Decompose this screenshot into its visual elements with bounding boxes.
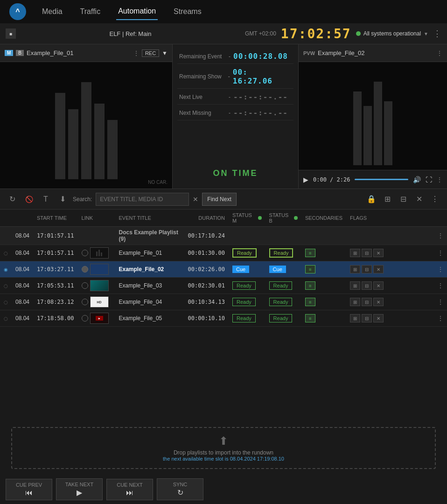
- row-secondaries: ≡: [301, 310, 346, 327]
- pvw-controls-more[interactable]: ⋮: [437, 176, 442, 183]
- row-more[interactable]: ⋮: [434, 261, 447, 278]
- secondary-icon-1[interactable]: ≡: [305, 281, 315, 290]
- row-status-b[interactable]: Ready: [265, 245, 301, 261]
- th-date: [12, 210, 33, 227]
- pvw-volume-icon[interactable]: 🔊: [413, 176, 421, 183]
- row-indicator: [0, 227, 12, 245]
- row-more[interactable]: ⋮: [434, 278, 447, 294]
- pvw-play-button[interactable]: ▶: [303, 176, 308, 183]
- search-input[interactable]: [96, 193, 189, 206]
- row-more[interactable]: ⋮: [434, 245, 447, 261]
- row-flags: ⊞ ⊟ ✕: [346, 310, 387, 327]
- status-b-dot: [294, 216, 298, 220]
- flag-icon-2[interactable]: ⊟: [362, 249, 372, 257]
- cue-prev-button[interactable]: CUE PREV ⏮: [6, 479, 52, 500]
- pvw-progress-bar[interactable]: [355, 179, 408, 180]
- nav-media[interactable]: Media: [40, 4, 64, 20]
- row-title[interactable]: Example_File_03: [115, 278, 184, 294]
- find-next-button[interactable]: Find Next: [202, 193, 236, 206]
- sync-button[interactable]: SYNC ↻: [157, 478, 203, 500]
- remaining-event-label: Remaining Event: [179, 53, 226, 60]
- pvw-more[interactable]: ⋮: [437, 50, 442, 56]
- row-status-m[interactable]: Ready: [229, 310, 265, 327]
- link-circle[interactable]: [82, 250, 88, 256]
- grid2-button[interactable]: ⊟: [397, 193, 410, 206]
- row-title[interactable]: Docs Example Playlist (9): [115, 227, 184, 245]
- nav-streams[interactable]: Streams: [172, 4, 203, 20]
- flag-icon-1[interactable]: ⊞: [350, 298, 360, 306]
- row-actions: [387, 261, 434, 278]
- take-next-button[interactable]: TAKE NEXT ▶: [56, 478, 103, 500]
- flag-icon-3[interactable]: ✕: [373, 281, 384, 290]
- flag-icon-1[interactable]: ⊞: [350, 265, 360, 273]
- link-circle[interactable]: [82, 315, 88, 322]
- flag-icon-3[interactable]: ✕: [373, 265, 384, 273]
- block-icon-button[interactable]: 🚫: [22, 193, 35, 206]
- status-bar: ■ ELF | Ref: Main GMT +02:00 17:02:57 Al…: [0, 23, 447, 44]
- row-flags: ⊞ ⊟ ✕: [346, 261, 387, 278]
- drop-zone[interactable]: ⬆ Drop playlists to import into the rund…: [11, 427, 436, 469]
- remaining-show-label: Remaining Show: [179, 73, 225, 80]
- flag-icon-1[interactable]: ⊞: [350, 249, 360, 257]
- more-menu-button[interactable]: ⋮: [433, 28, 441, 39]
- row-indicator: ◌: [0, 278, 12, 294]
- row-status-b[interactable]: Ready: [265, 310, 301, 327]
- secondary-icon-1[interactable]: ≡: [305, 298, 315, 306]
- status-dropdown[interactable]: ▼: [424, 31, 428, 36]
- clock-display: 17:02:57: [281, 26, 351, 42]
- row-status-b[interactable]: Ready: [265, 278, 301, 294]
- link-circle[interactable]: [82, 299, 88, 305]
- flag-icon-2[interactable]: ⊟: [362, 314, 372, 322]
- flag-icon-3[interactable]: ✕: [373, 314, 384, 322]
- close-button[interactable]: ✕: [412, 193, 426, 206]
- flag-icon-1[interactable]: ⊞: [350, 281, 360, 290]
- flag-icon-1[interactable]: ⊞: [350, 314, 360, 322]
- th-link: LINK: [78, 210, 115, 227]
- cue-next-button[interactable]: CUE NEXT ⏭: [106, 479, 153, 500]
- text-icon-button[interactable]: T: [39, 193, 52, 206]
- preview-left-title: Example_File_01: [27, 49, 131, 56]
- flag-icon-2[interactable]: ⊟: [362, 265, 372, 273]
- import-button[interactable]: ⬇: [56, 193, 69, 206]
- row-status-b[interactable]: Cue: [265, 261, 301, 278]
- grid-button[interactable]: ⊞: [381, 193, 394, 206]
- row-status-b[interactable]: Ready: [265, 294, 301, 310]
- row-status-m[interactable]: Ready: [229, 294, 265, 310]
- secondary-icon-1[interactable]: ≡: [305, 314, 315, 322]
- next-missing-dash: -: [229, 110, 230, 116]
- status-m-badge: Ready: [232, 248, 257, 258]
- pvw-expand-icon[interactable]: ⛶: [426, 176, 432, 183]
- app-logo[interactable]: ^: [9, 3, 26, 20]
- no-signal-text: NO CAR.: [148, 180, 168, 185]
- secondary-icon-1[interactable]: ≡: [305, 265, 315, 273]
- lock-button[interactable]: 🔒: [365, 193, 378, 206]
- link-circle[interactable]: [82, 282, 88, 289]
- row-more[interactable]: ⋮: [434, 294, 447, 310]
- row-duration: 00:17:10.24: [184, 227, 229, 245]
- th-status-b: STATUS B: [265, 210, 301, 227]
- nav-traffic[interactable]: Traffic: [78, 4, 103, 20]
- search-clear-button[interactable]: ✕: [193, 196, 198, 203]
- row-title[interactable]: Example_File_04: [115, 294, 184, 310]
- flag-icon-3[interactable]: ✕: [373, 298, 384, 306]
- row-more[interactable]: ⋮: [434, 310, 447, 327]
- row-date: 08.04: [12, 310, 33, 327]
- toolbar-more[interactable]: ⋮: [428, 193, 441, 206]
- secondary-icon-1[interactable]: ≡: [305, 249, 315, 257]
- flag-icon-2[interactable]: ⊟: [362, 298, 372, 306]
- square-button[interactable]: ■: [6, 28, 16, 39]
- row-title[interactable]: Example_File_02: [115, 261, 184, 278]
- row-title[interactable]: Example_File_01: [115, 245, 184, 261]
- row-status-m[interactable]: Ready: [229, 245, 265, 261]
- nav-automation[interactable]: Automation: [116, 3, 158, 20]
- link-circle[interactable]: [82, 266, 88, 273]
- row-more[interactable]: ⋮: [434, 227, 447, 245]
- preview-left-more[interactable]: ⋮: [133, 50, 139, 56]
- refresh-button[interactable]: ↻: [6, 193, 19, 206]
- flag-icon-2[interactable]: ⊟: [362, 281, 372, 290]
- flag-icon-3[interactable]: ✕: [373, 249, 384, 257]
- row-status-m[interactable]: Ready: [229, 278, 265, 294]
- row-title[interactable]: Example_File_05: [115, 310, 184, 327]
- row-status-m[interactable]: Cue: [229, 261, 265, 278]
- th-actions: [387, 210, 434, 227]
